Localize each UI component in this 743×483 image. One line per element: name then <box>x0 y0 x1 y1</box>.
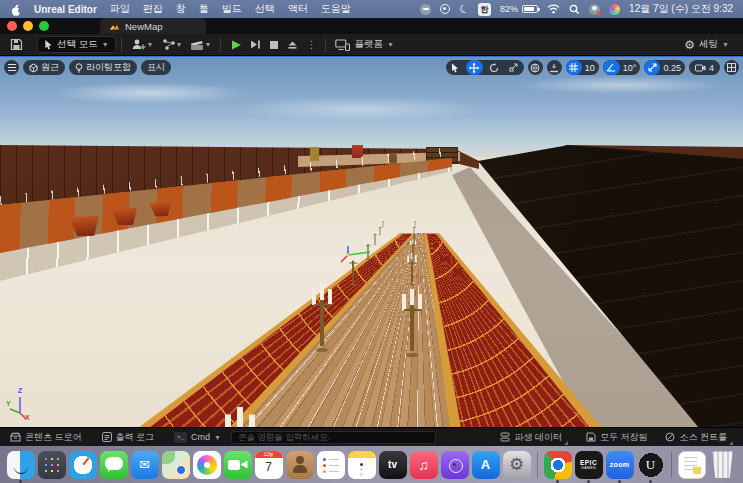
grid-icon <box>569 63 578 72</box>
perspective-dropdown[interactable]: 원근 <box>23 60 65 75</box>
menu-help[interactable]: 도움말 <box>321 2 351 16</box>
source-control-button[interactable]: 소스 컨트롤 <box>661 430 737 445</box>
dock-messages[interactable] <box>100 451 128 479</box>
scale-snap-control[interactable]: 0.25 <box>644 60 685 75</box>
minimize-window-button[interactable] <box>23 21 33 31</box>
menu-app-name[interactable]: Unreal Editor <box>34 4 97 15</box>
menu-actor[interactable]: 액터 <box>288 2 308 16</box>
transform-gizmo[interactable] <box>338 243 374 265</box>
dock-tray: ✉ 12월 7 tv ♫ A ⚙ EPIC GAMES zoom U <box>0 446 743 483</box>
dock-maps[interactable] <box>162 451 190 479</box>
dock-facetime[interactable] <box>224 451 252 479</box>
user-switch-icon[interactable] <box>589 4 600 15</box>
dock-photos[interactable] <box>193 451 221 479</box>
rotate-tool-button[interactable] <box>486 60 503 75</box>
wifi-icon[interactable] <box>547 4 560 14</box>
dock-calendar[interactable]: 12월 7 <box>255 451 283 479</box>
stop-button[interactable] <box>265 36 283 54</box>
dock-downloads-stack[interactable] <box>678 451 706 479</box>
settings-dropdown[interactable]: ⚙ 세팅 ▼ <box>680 36 733 54</box>
dock-zoom[interactable]: zoom <box>606 451 634 479</box>
perspective-label: 원근 <box>41 61 59 74</box>
surface-snap-button[interactable] <box>547 60 562 75</box>
rotation-snap-control[interactable]: 10° <box>603 60 641 75</box>
focus-moon-icon[interactable]: ☾ <box>458 3 470 16</box>
axis-y-label: Y <box>6 400 11 407</box>
dock-contacts[interactable] <box>286 451 314 479</box>
macos-menu-bar: Unreal Editor 파일 편집 창 툴 빌드 선택 액터 도움말 ☾ 한… <box>0 0 743 18</box>
ime-indicator[interactable]: 한 <box>478 3 491 16</box>
maximize-viewport-button[interactable] <box>724 60 739 75</box>
dock-reminders[interactable] <box>317 451 345 479</box>
screen-record-icon[interactable] <box>440 4 450 14</box>
dock-mail[interactable]: ✉ <box>131 451 159 479</box>
dock-safari[interactable] <box>69 451 97 479</box>
apple-logo-icon[interactable] <box>10 3 21 16</box>
play-options-button[interactable]: ⋮ <box>302 36 320 54</box>
tab-newmap[interactable]: NewMap <box>100 18 206 34</box>
move-tool-button[interactable] <box>466 60 483 75</box>
save-button[interactable] <box>6 36 27 54</box>
dock-app-store[interactable]: A <box>472 451 500 479</box>
content-drawer-button[interactable]: 콘텐츠 드로어 <box>6 430 86 445</box>
console-type-dropdown[interactable]: >_ Cmd ▼ <box>170 430 225 445</box>
dock-music[interactable]: ♫ <box>410 451 438 479</box>
dock-trash[interactable] <box>709 451 737 479</box>
dock-system-settings[interactable]: ⚙ <box>503 451 531 479</box>
derived-data-button[interactable]: 파생 데이터 <box>496 430 572 445</box>
menu-tools[interactable]: 툴 <box>199 2 209 16</box>
world-local-toggle[interactable] <box>528 60 543 75</box>
add-actor-button[interactable]: ▼ <box>127 36 158 54</box>
dock-epic-games[interactable]: EPIC GAMES <box>575 451 603 479</box>
menu-clock[interactable]: 12월 7일 (수) 오전 9:32 <box>629 2 733 16</box>
eject-button[interactable] <box>283 36 302 54</box>
skip-frame-button[interactable] <box>246 36 265 54</box>
dock-chrome[interactable] <box>544 451 572 479</box>
rotation-snap-icon-wrap[interactable] <box>603 60 620 75</box>
lit-bulb-icon <box>75 63 83 73</box>
zoom-window-button[interactable] <box>39 21 49 31</box>
control-center-icon[interactable] <box>609 4 620 15</box>
play-button[interactable] <box>226 36 246 54</box>
dock-apple-tv[interactable]: tv <box>379 451 407 479</box>
platforms-dropdown[interactable]: 플랫폼 ▼ <box>331 36 397 54</box>
grid-snap-control[interactable]: 10 <box>566 60 599 75</box>
menu-select[interactable]: 선택 <box>255 2 275 16</box>
candelabra[interactable] <box>222 407 258 427</box>
camera-speed-control[interactable]: 4 <box>689 60 720 75</box>
menu-file[interactable]: 파일 <box>110 2 130 16</box>
do-not-disturb-icon[interactable] <box>420 4 431 15</box>
show-flags-dropdown[interactable]: 표시 <box>141 60 171 75</box>
dock-unreal-engine[interactable]: U <box>637 451 665 479</box>
viewport-options-button[interactable] <box>4 60 19 75</box>
dock-podcasts[interactable] <box>441 451 469 479</box>
level-viewport[interactable]: Z Y X 원근 라이팅포함 표시 <box>0 56 743 427</box>
candelabra[interactable] <box>414 219 417 228</box>
menu-window[interactable]: 창 <box>176 2 186 16</box>
candelabra[interactable] <box>310 284 334 352</box>
blueprints-button[interactable]: ▼ <box>158 36 187 54</box>
candelabra[interactable] <box>400 289 424 357</box>
select-tool-button[interactable] <box>448 60 463 75</box>
lit-label: 라이팅포함 <box>86 61 131 74</box>
grid-snap-value: 10 <box>585 63 595 73</box>
spotlight-search-icon[interactable] <box>569 4 580 15</box>
battery-status[interactable]: 82% <box>500 4 538 14</box>
save-status-button[interactable]: 모두 저장됨 <box>582 430 652 445</box>
zoom-label: zoom <box>610 461 629 468</box>
grid-snap-icon-wrap[interactable] <box>566 60 582 75</box>
dock-launchpad[interactable] <box>38 451 66 479</box>
view-mode-dropdown[interactable]: 라이팅포함 <box>69 60 137 75</box>
dock-notes[interactable] <box>348 451 376 479</box>
candelabra[interactable] <box>382 219 385 228</box>
close-window-button[interactable] <box>7 21 17 31</box>
output-log-button[interactable]: 출력 로그 <box>98 430 159 445</box>
console-command-input[interactable] <box>231 431 436 444</box>
scale-tool-button[interactable] <box>506 60 522 75</box>
cinematics-button[interactable]: ▼ <box>186 36 215 54</box>
menu-edit[interactable]: 편집 <box>143 2 163 16</box>
menu-build[interactable]: 빌드 <box>222 2 242 16</box>
dock-finder[interactable] <box>7 451 35 479</box>
select-mode-dropdown[interactable]: 선택 모드 ▼ <box>37 36 116 53</box>
scale-snap-icon-wrap[interactable] <box>644 60 660 75</box>
